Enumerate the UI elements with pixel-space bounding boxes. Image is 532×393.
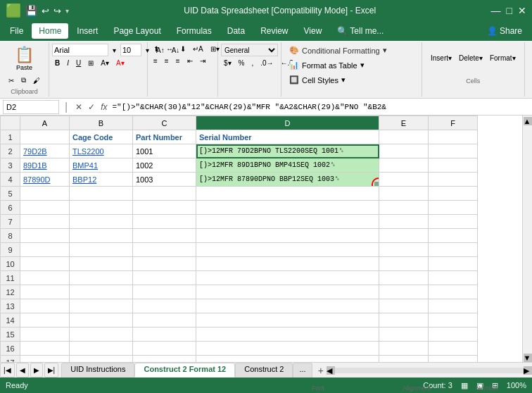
- cell-f13[interactable]: [429, 299, 478, 313]
- cell-styles-button[interactable]: 🔲 Cell Styles ▾: [284, 73, 419, 87]
- cell-a6[interactable]: [20, 201, 70, 215]
- cell-e15[interactable]: [379, 328, 429, 342]
- indent-decrease-button[interactable]: ⇤: [184, 56, 196, 66]
- cell-d15[interactable]: [196, 328, 379, 342]
- cell-a1[interactable]: [20, 130, 70, 144]
- confirm-formula-button[interactable]: ✓: [86, 101, 97, 113]
- menu-data[interactable]: Data: [220, 23, 252, 39]
- currency-button[interactable]: $▾: [221, 58, 234, 68]
- insert-function-button[interactable]: fx: [99, 101, 109, 113]
- menu-share[interactable]: 👤 Share: [480, 23, 529, 39]
- menu-review[interactable]: Review: [253, 23, 295, 39]
- cell-c13[interactable]: [133, 299, 196, 313]
- col-header-c[interactable]: C: [133, 116, 196, 130]
- fill-handle[interactable]: [374, 182, 379, 186]
- cell-a12[interactable]: [20, 285, 70, 299]
- save-icon[interactable]: 💾: [25, 5, 37, 16]
- cell-a15[interactable]: [20, 328, 70, 342]
- cell-b8[interactable]: [70, 229, 133, 243]
- cell-e17[interactable]: [379, 356, 429, 363]
- cell-f14[interactable]: [429, 313, 478, 328]
- cell-f17[interactable]: [429, 356, 478, 363]
- minimize-button[interactable]: —: [491, 5, 501, 16]
- col-header-e[interactable]: E: [379, 116, 429, 130]
- name-box[interactable]: [3, 100, 59, 114]
- tab-construct-2[interactable]: Construct 2: [235, 363, 293, 378]
- cell-a5[interactable]: [20, 187, 70, 201]
- wrap-text-button[interactable]: ↵A: [190, 44, 206, 54]
- cell-a7[interactable]: [20, 215, 70, 229]
- cell-e4[interactable]: [379, 173, 429, 187]
- copy-button[interactable]: ⧉: [18, 75, 29, 86]
- cell-f5[interactable]: [429, 187, 478, 201]
- align-middle-button[interactable]: ↔: [163, 44, 176, 54]
- cancel-formula-button[interactable]: ✕: [73, 101, 84, 113]
- cell-f12[interactable]: [429, 285, 478, 299]
- cell-d1[interactable]: Serial Number: [196, 130, 379, 144]
- cell-b2[interactable]: TLS2200: [70, 144, 133, 158]
- cell-e6[interactable]: [379, 201, 429, 215]
- tab-first-button[interactable]: |◀: [0, 363, 15, 378]
- cell-f8[interactable]: [429, 229, 478, 243]
- number-format-select[interactable]: General: [221, 44, 278, 56]
- cell-f1[interactable]: [429, 130, 478, 144]
- border-button[interactable]: ⊞: [85, 58, 96, 68]
- cell-a10[interactable]: [20, 257, 70, 271]
- cell-a11[interactable]: [20, 271, 70, 285]
- cell-d8[interactable]: [196, 229, 379, 243]
- cell-b15[interactable]: [70, 328, 133, 342]
- cell-c8[interactable]: [133, 229, 196, 243]
- grid-container[interactable]: A B C D E F 1 Cage Code Part Number Seri…: [0, 116, 522, 362]
- cell-d3[interactable]: [)>12MFR 89D1BPNO BMP41SEQ 1002␞: [196, 158, 379, 173]
- cell-c10[interactable]: [133, 257, 196, 271]
- align-left-button[interactable]: ≡: [151, 56, 160, 66]
- horizontal-scroll-area[interactable]: ◀ ▶: [327, 363, 532, 378]
- font-color-button[interactable]: A▾: [113, 58, 127, 68]
- col-header-b[interactable]: B: [70, 116, 133, 130]
- increase-decimal-button[interactable]: .0→: [258, 58, 276, 68]
- cell-c15[interactable]: [133, 328, 196, 342]
- close-button[interactable]: ✕: [518, 5, 526, 16]
- percent-button[interactable]: %: [236, 58, 248, 68]
- cell-d11[interactable]: [196, 271, 379, 285]
- col-header-d[interactable]: D: [196, 116, 379, 130]
- cell-b6[interactable]: [70, 201, 133, 215]
- cell-d4[interactable]: [)>12MFR 87890DPNO BBP12SEQ 1003␞: [196, 173, 379, 187]
- cell-b13[interactable]: [70, 299, 133, 313]
- cell-d5[interactable]: [196, 187, 379, 201]
- insert-cells-button[interactable]: Insert▾: [428, 53, 455, 63]
- cell-f9[interactable]: [429, 243, 478, 257]
- align-bottom-button[interactable]: ⬇: [177, 44, 189, 54]
- cell-d9[interactable]: [196, 243, 379, 257]
- cell-d13[interactable]: [196, 299, 379, 313]
- cell-c12[interactable]: [133, 285, 196, 299]
- cell-f11[interactable]: [429, 271, 478, 285]
- cell-d2[interactable]: [)>12MFR 79D2BPNO TLS2200SEQ 1001␞: [196, 144, 379, 158]
- cut-button[interactable]: ✂: [6, 75, 17, 86]
- cell-b14[interactable]: [70, 313, 133, 328]
- format-painter-button[interactable]: 🖌: [30, 75, 43, 86]
- cell-d17[interactable]: [196, 356, 379, 363]
- cell-d12[interactable]: [196, 285, 379, 299]
- cell-e11[interactable]: [379, 271, 429, 285]
- horizontal-scrollbar-track[interactable]: [335, 368, 524, 373]
- italic-button[interactable]: I: [64, 58, 72, 68]
- cell-e9[interactable]: [379, 243, 429, 257]
- delete-cells-button[interactable]: Delete▾: [456, 53, 486, 63]
- conditional-formatting-button[interactable]: 🎨 Conditional Formatting ▾: [284, 44, 419, 57]
- cell-c9[interactable]: [133, 243, 196, 257]
- cell-e13[interactable]: [379, 299, 429, 313]
- cell-a3[interactable]: 89D1B: [20, 158, 70, 173]
- cell-b12[interactable]: [70, 285, 133, 299]
- align-center-button[interactable]: ≡: [162, 56, 172, 66]
- cell-c4[interactable]: 1003: [133, 173, 196, 187]
- cell-d6[interactable]: [196, 201, 379, 215]
- tab-prev-button[interactable]: ◀: [16, 363, 29, 378]
- tab-more-button[interactable]: ...: [293, 363, 312, 378]
- cell-b4[interactable]: BBP12: [70, 173, 133, 187]
- redo-icon[interactable]: ↪: [53, 6, 61, 16]
- scroll-right-button[interactable]: ▶: [524, 366, 532, 375]
- cell-c7[interactable]: [133, 215, 196, 229]
- menu-page-layout[interactable]: Page Layout: [106, 23, 167, 39]
- maximize-button[interactable]: □: [507, 5, 512, 16]
